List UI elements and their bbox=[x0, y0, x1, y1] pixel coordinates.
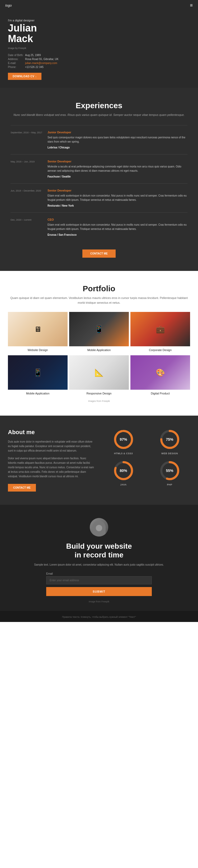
experience-item-1: September, 2016 – May, 2017 Junior Devel… bbox=[10, 125, 188, 154]
portfolio-intro: Quam quisque id diam vel quam elementum.… bbox=[8, 296, 190, 305]
exp-desc-1: Sed quis consequuntur magni dolores eos … bbox=[47, 135, 188, 144]
skill-html-css: 97% HTML5 & CSS3 bbox=[103, 429, 144, 455]
experience-item-4: Dec, 2020 – current CEO Etiam erat velit… bbox=[10, 212, 188, 242]
skill-value-java: 80% bbox=[120, 468, 127, 473]
skill-java: 80% JAVA bbox=[103, 460, 144, 486]
portfolio-thumb-3 bbox=[130, 312, 190, 346]
exp-location-2: Fauchuse / Seattle bbox=[47, 175, 188, 178]
skill-label-java: JAVA bbox=[120, 483, 127, 486]
about-grid: About me Duis aute irure dolor in repreh… bbox=[8, 429, 190, 492]
portfolio-label-6: Digital Product bbox=[130, 390, 190, 397]
cta-image-credit: Image from Freepik bbox=[8, 600, 190, 603]
about-text-block: About me Duis aute irure dolor in repreh… bbox=[8, 429, 95, 492]
download-cv-button[interactable]: DOWNLOAD CV ↓ bbox=[8, 73, 41, 80]
dob-label: Date of Birth: bbox=[8, 53, 25, 57]
skill-value-webdesign: 75% bbox=[166, 437, 173, 441]
skill-value-html: 97% bbox=[120, 437, 127, 441]
exp-content-2: Senior Developer Molestie a iaculis at e… bbox=[47, 160, 188, 178]
exp-role-4: CEO bbox=[47, 218, 188, 221]
hero-image-credit: Image by Freepik bbox=[8, 47, 124, 50]
hero-text-block: I'm a digital designer Julian Mack Image… bbox=[0, 11, 129, 88]
contact-me-button-experiences[interactable]: CONTACT ME bbox=[82, 249, 116, 258]
portfolio-grid: Website Design Mobile Application Corpor… bbox=[8, 312, 190, 397]
address-label: Address: bbox=[8, 57, 25, 61]
exp-location-3: Resturato / New York bbox=[47, 204, 188, 207]
about-paragraph-2: Dolor sed viverra ipsum nunc aliquet bib… bbox=[8, 456, 95, 478]
about-section: About me Duis aute irure dolor in repreh… bbox=[0, 415, 198, 505]
portfolio-item-1[interactable]: Website Design bbox=[8, 312, 68, 354]
cta-title: Build your website in record time bbox=[8, 542, 190, 560]
about-title: About me bbox=[8, 429, 95, 436]
portfolio-item-5[interactable]: Responsive Design bbox=[69, 355, 129, 397]
exp-location-4: Erussa / San Francisco bbox=[47, 233, 188, 236]
experience-item-2: May, 2016 – Jun, 2019 Senior Developer M… bbox=[10, 154, 188, 183]
footer: Правила текста. Кликнуть, чтобы выбрать … bbox=[0, 611, 198, 622]
portfolio-thumb-1 bbox=[8, 312, 68, 346]
exp-desc-3: Etiam erat velit scelerisque in dictum n… bbox=[47, 194, 188, 202]
portfolio-thumb-6 bbox=[130, 355, 190, 390]
experiences-title: Experiences bbox=[10, 101, 188, 110]
phone-value: +13 526 22 345 bbox=[25, 65, 60, 69]
portfolio-thumb-2 bbox=[69, 312, 129, 346]
hero-section: I'm a digital designer Julian Mack Image… bbox=[0, 11, 198, 88]
portfolio-label-5: Responsive Design bbox=[69, 390, 129, 397]
experiences-intro: Nunc sed blandit libero volutpat sed era… bbox=[10, 113, 188, 118]
skill-circle-html: 97% bbox=[113, 429, 134, 450]
skill-value-php: 55% bbox=[166, 468, 173, 473]
email-label: E-mail: bbox=[8, 61, 25, 65]
address-value: Rosa Road 55, Gibraltar, UK bbox=[25, 57, 60, 61]
submit-button[interactable]: SUBMIT bbox=[46, 587, 152, 596]
exp-date-4: Dec, 2020 – current bbox=[10, 218, 42, 236]
portfolio-title: Portfolio bbox=[8, 284, 190, 293]
contact-me-button-about[interactable]: CONTACT ME bbox=[8, 484, 36, 492]
portfolio-label-4: Mobile Application bbox=[8, 390, 68, 397]
cta-description: Sample text. Lorem ipsum dolor sit amet,… bbox=[8, 563, 190, 567]
exp-role-2: Senior Developer bbox=[47, 160, 188, 163]
exp-role-1: Junior Developer bbox=[47, 131, 188, 134]
experiences-section: Experiences Nunc sed blandit libero volu… bbox=[0, 88, 198, 271]
cta-avatar bbox=[90, 518, 108, 536]
portfolio-label-1: Website Design bbox=[8, 346, 68, 354]
portfolio-item-2[interactable]: Mobile Application bbox=[69, 312, 129, 354]
dob-value: Aug 25, 1989 bbox=[25, 53, 60, 57]
exp-content-1: Junior Developer Sed quis consequuntur m… bbox=[47, 131, 188, 149]
cta-section: Build your website in record time Sample… bbox=[0, 505, 198, 611]
email-value: julian.mack@company.com bbox=[25, 61, 60, 65]
cta-form: Email SUBMIT bbox=[46, 572, 152, 596]
about-paragraph-1: Duis aute irure dolor in reprehenderit i… bbox=[8, 439, 95, 453]
portfolio-section: Portfolio Quam quisque id diam vel quam … bbox=[0, 271, 198, 415]
portfolio-label-2: Mobile Application bbox=[69, 346, 129, 354]
skill-circle-webdesign: 75% bbox=[159, 429, 180, 450]
portfolio-thumb-5 bbox=[69, 355, 129, 390]
exp-desc-4: Etiam erat velit scelerisque in dictum n… bbox=[47, 223, 188, 231]
hero-info: Date of Birth: Aug 25, 1989 Address: Ros… bbox=[8, 53, 124, 69]
skill-label-webdesign: WEB DESIGN bbox=[161, 452, 178, 455]
exp-desc-2: Molestie a iaculis at erat pellentesque … bbox=[47, 164, 188, 173]
skill-webdesign: 75% WEB DESIGN bbox=[149, 429, 190, 455]
portfolio-item-4[interactable]: Mobile Application bbox=[8, 355, 68, 397]
hamburger-menu-icon[interactable]: ≡ bbox=[190, 3, 193, 8]
skill-php: 55% PHP bbox=[149, 460, 190, 486]
hero-subtitle: I'm a digital designer bbox=[8, 19, 124, 22]
phone-label: Phone: bbox=[8, 65, 25, 69]
portfolio-thumb-4 bbox=[8, 355, 68, 390]
hero-name: Julian Mack bbox=[8, 23, 124, 44]
exp-date-3: Jun, 2019 – December, 2020 bbox=[10, 189, 42, 207]
skill-label-php: PHP bbox=[167, 483, 172, 486]
footer-text: Правила текста. Кликнуть, чтобы выбрать … bbox=[62, 616, 136, 618]
exp-content-4: CEO Etiam erat velit scelerisque in dict… bbox=[47, 218, 188, 236]
experience-item-3: Jun, 2019 – December, 2020 Senior Develo… bbox=[10, 183, 188, 212]
email-field-label: Email bbox=[46, 572, 152, 575]
exp-role-3: Senior Developer bbox=[47, 189, 188, 192]
portfolio-item-6[interactable]: Digital Product bbox=[130, 355, 190, 397]
email-input[interactable] bbox=[46, 576, 152, 584]
skills-block: 97% HTML5 & CSS3 75% WEB DESIGN bbox=[103, 429, 190, 486]
portfolio-images-credit: Images from Freepik bbox=[8, 400, 190, 402]
portfolio-item-3[interactable]: Corporate Design bbox=[130, 312, 190, 354]
exp-date-1: September, 2016 – May, 2017 bbox=[10, 131, 42, 149]
exp-date-2: May, 2016 – Jun, 2019 bbox=[10, 160, 42, 178]
exp-content-3: Senior Developer Etiam erat velit sceler… bbox=[47, 189, 188, 207]
skill-label-html: HTML5 & CSS3 bbox=[114, 452, 133, 455]
navbar: logo ≡ bbox=[0, 0, 198, 11]
logo: logo bbox=[5, 3, 12, 7]
